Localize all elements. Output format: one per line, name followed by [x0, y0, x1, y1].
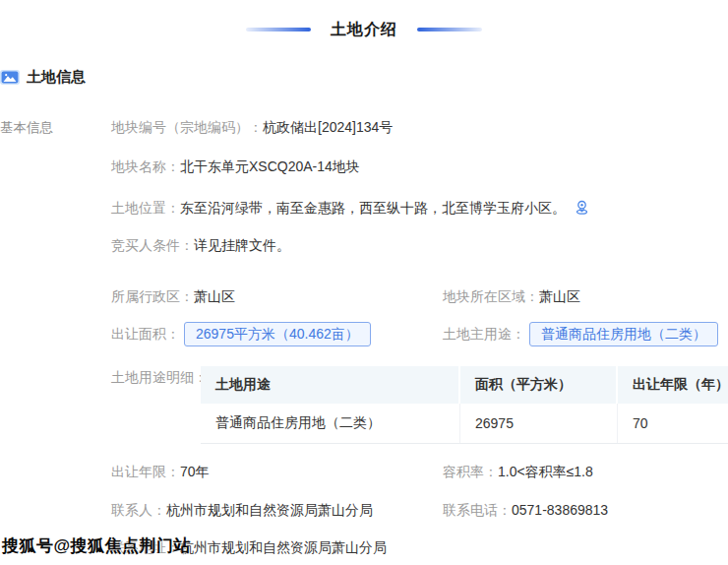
- use-table-cell-use: 普通商品住房用地（二类）: [201, 404, 460, 443]
- field-region: 地块所在区域：萧山区: [443, 288, 580, 305]
- phone-value: 0571-83869813: [512, 502, 608, 518]
- field-row-area-use: 出让面积：26975平方米（40.462亩） 土地主用途：普通商品住房用地（二类…: [111, 321, 371, 346]
- field-plot-code: 地块编号（宗地编码）：杭政储出[2024]134号: [111, 119, 393, 136]
- district-value: 萧山区: [194, 288, 235, 304]
- use-table-row: 普通商品住房用地（二类） 26975 70: [201, 404, 728, 444]
- sohu-watermark: 搜狐号@搜狐焦点荆门站: [2, 534, 191, 557]
- field-contact-phone: 联系电话：0571-83869813: [443, 502, 608, 519]
- title-decor-line-right: [417, 28, 482, 31]
- section-title: 土地信息: [27, 68, 86, 87]
- plot-name-value: 北干东单元XSCQ20A-14地块: [180, 158, 360, 174]
- page-title-bar: 土地介绍: [0, 20, 728, 39]
- plot-code-label: 地块编号（宗地编码）：: [111, 119, 263, 135]
- location-label: 土地位置：: [111, 200, 180, 216]
- title-decor-line-left: [246, 28, 311, 31]
- term-label: 出让年限：: [111, 464, 180, 479]
- page-title: 土地介绍: [331, 20, 397, 40]
- contact-value: 杭州市规划和自然资源局萧山分局: [166, 502, 373, 518]
- location-value: 东至沿河绿带，南至金惠路，西至纵十路，北至博学玉府小区。: [180, 200, 566, 216]
- field-location: 土地位置：东至沿河绿带，南至金惠路，西至纵十路，北至博学玉府小区。: [111, 199, 590, 217]
- use-table-header-row: 土地用途 面积（平方米） 出让年限（年）: [201, 366, 728, 404]
- field-area: 出让面积：26975平方米（40.462亩）: [111, 322, 371, 346]
- phone-label: 联系电话：: [443, 502, 512, 518]
- main-use-label: 土地主用途：: [443, 326, 525, 343]
- plot-code-value: 杭政储出[2024]134号: [263, 119, 393, 135]
- use-table-cell-area: 26975: [460, 404, 618, 443]
- field-contact-person: 联系人：杭州市规划和自然资源局萧山分局: [111, 502, 373, 518]
- use-table-header-term: 出让年限（年）: [618, 366, 728, 404]
- far-value: 1.0<容积率≤1.8: [498, 464, 593, 479]
- field-plot-name: 地块名称：北干东单元XSCQ20A-14地块: [111, 158, 360, 175]
- area-label: 出让面积：: [111, 326, 180, 343]
- field-far: 容积率：1.0<容积率≤1.8: [443, 464, 593, 480]
- term-value: 70年: [180, 464, 210, 479]
- section-header: 土地信息: [0, 68, 86, 86]
- use-table-header-area: 面积（平方米）: [460, 366, 618, 404]
- district-label: 所属行政区：: [111, 288, 194, 304]
- field-row-district: 所属行政区：萧山区 地块所在区域：萧山区: [111, 288, 235, 305]
- use-table-header-use: 土地用途: [201, 366, 460, 404]
- use-table-cell-term: 70: [618, 404, 728, 443]
- image-icon: [0, 70, 20, 85]
- land-intro-page: { "header": { "title": "土地介绍" }, "sectio…: [0, 0, 728, 565]
- region-label: 地块所在区域：: [443, 288, 539, 304]
- far-label: 容积率：: [443, 464, 498, 479]
- contact-label: 联系人：: [111, 502, 166, 518]
- field-district: 所属行政区：萧山区: [111, 288, 235, 304]
- map-pin-icon[interactable]: [574, 199, 590, 216]
- region-value: 萧山区: [539, 288, 580, 304]
- field-main-use: 土地主用途：普通商品住房用地（二类）: [443, 321, 718, 346]
- use-detail-label: 土地用途明细：: [111, 369, 208, 386]
- use-detail-table: 土地用途 面积（平方米） 出让年限（年） 普通商品住房用地（二类） 26975 …: [201, 366, 728, 444]
- field-term: 出让年限：70年: [111, 464, 210, 479]
- main-use-value-tag: 普通商品住房用地（二类）: [529, 322, 718, 346]
- area-value-tag: 26975平方米（40.462亩）: [184, 322, 371, 346]
- plot-name-label: 地块名称：: [111, 158, 180, 174]
- address-value: 杭州市规划和自然资源局萧山分局: [180, 539, 387, 555]
- field-bidder-condition: 竞买人条件：详见挂牌文件。: [111, 237, 290, 254]
- field-row-term-far: 出让年限：70年 容积率：1.0<容积率≤1.8: [111, 464, 210, 480]
- field-row-contact: 联系人：杭州市规划和自然资源局萧山分局 联系电话：0571-83869813: [111, 502, 373, 519]
- bidder-condition-value: 详见挂牌文件。: [194, 237, 290, 253]
- group-label-basic-info: 基本信息: [0, 119, 53, 137]
- bidder-condition-label: 竞买人条件：: [111, 237, 194, 253]
